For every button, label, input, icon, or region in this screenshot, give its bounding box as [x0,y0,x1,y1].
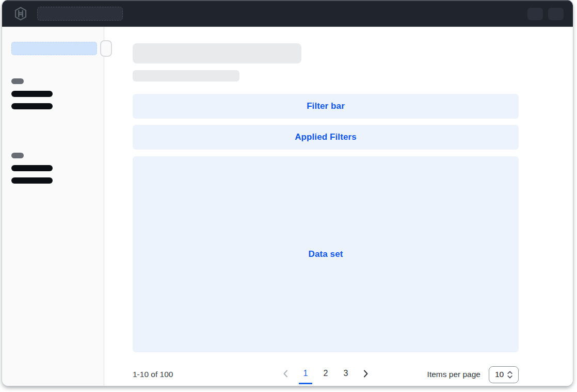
sidebar-nav-item-skeleton[interactable] [11,165,53,171]
sidebar-nav-item-skeleton[interactable] [11,91,53,97]
sidebar-toggle-tab[interactable] [100,40,112,57]
data-set-section: Data set [133,156,519,352]
hashicorp-logo-icon[interactable] [13,7,28,21]
chevron-right-icon[interactable] [359,366,372,381]
content-column: Filter bar Applied Filters Data set 1-10… [133,27,519,386]
page-button-3[interactable]: 3 [339,366,352,384]
data-set-label: Data set [309,249,343,259]
header-action-skeleton-1[interactable] [527,8,543,20]
page-controls: 1 2 3 [279,366,372,384]
applied-filters-label: Applied Filters [295,132,357,142]
items-per-page-group: Items per page 10 [427,366,519,383]
top-navbar [2,0,573,27]
chevron-left-icon[interactable] [279,366,292,381]
page-subtitle-skeleton [133,70,239,81]
items-per-page-select[interactable]: 10 [489,366,519,383]
sidebar-section-label-skeleton [11,78,24,84]
up-down-caret-icon [507,371,512,379]
filter-bar-section: Filter bar [133,94,519,119]
sidebar [2,27,104,386]
header-action-skeleton-2[interactable] [548,8,564,20]
sidebar-section-label-skeleton [11,153,24,158]
pagination-bar: 1-10 of 100 1 2 3 [133,361,519,386]
filter-bar-label: Filter bar [307,101,345,111]
items-per-page-label: Items per page [427,370,480,379]
pagination-range-text: 1-10 of 100 [133,370,173,379]
header-search-skeleton[interactable] [37,7,123,21]
sidebar-active-item-skeleton[interactable] [11,42,97,55]
page-button-1[interactable]: 1 [299,366,312,384]
app-body: Filter bar Applied Filters Data set 1-10… [2,27,573,386]
applied-filters-section: Applied Filters [133,125,519,150]
sidebar-nav-item-skeleton[interactable] [11,103,53,109]
sidebar-nav-item-skeleton[interactable] [11,177,53,184]
page-title-skeleton [133,43,301,63]
items-per-page-value: 10 [495,370,504,379]
app-window: Filter bar Applied Filters Data set 1-10… [2,0,573,386]
page-button-2[interactable]: 2 [319,366,332,384]
main-area: Filter bar Applied Filters Data set 1-10… [104,27,573,386]
